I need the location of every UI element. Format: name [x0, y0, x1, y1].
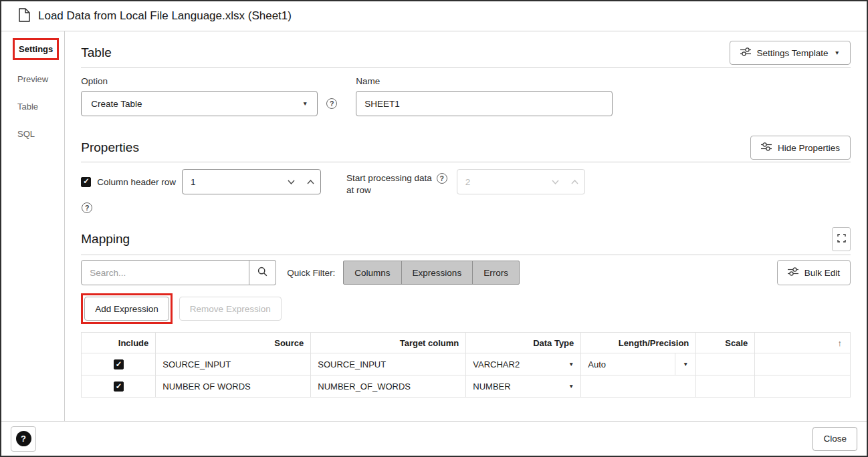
cell-length-precision[interactable]: [581, 375, 696, 398]
annotation-box-add-expression: Add Expression: [81, 293, 173, 324]
start-processing-label-line2: at row: [346, 185, 371, 195]
settings-panel: Table Settings Template ▼: [65, 31, 867, 421]
remove-expression-button: Remove Expression: [179, 297, 282, 321]
quick-filter-label: Quick Filter:: [287, 268, 335, 278]
maximize-icon: [837, 234, 846, 245]
column-header-row-label: Column header row: [97, 177, 176, 187]
table-row: SOURCE_INPUT SOURCE_INPUT VARCHAR2 ▼ Aut…: [82, 353, 851, 375]
cell-data-type[interactable]: VARCHAR2 ▼: [466, 353, 581, 375]
close-button[interactable]: Close: [812, 427, 857, 451]
option-field: Option Create Table ▼ ?: [81, 76, 337, 116]
column-header-row-input[interactable]: [183, 177, 282, 187]
column-header-length-precision[interactable]: Length/Precision: [581, 333, 696, 353]
sidebar-item-table[interactable]: Table: [1, 93, 64, 120]
search-input[interactable]: [81, 260, 249, 285]
dialog-title: Load Data from Local File Language.xlsx …: [38, 9, 292, 23]
cell-target-column[interactable]: SOURCE_INPUT: [311, 353, 466, 375]
cell-data-type[interactable]: NUMBER ▼: [466, 375, 581, 398]
quick-filter-group: Columns Expressions Errors: [343, 261, 520, 285]
cell-include: [82, 353, 156, 375]
start-processing-input: [457, 177, 546, 187]
start-processing-label-line1: Start processing data: [346, 172, 432, 184]
properties-section-heading: Properties: [81, 140, 139, 155]
start-processing-help-icon[interactable]: ?: [437, 173, 447, 184]
column-header-include[interactable]: Include: [82, 333, 156, 353]
load-data-dialog: Load Data from Local File Language.xlsx …: [0, 0, 868, 457]
include-checkbox[interactable]: [114, 382, 124, 392]
table-section-divider: [81, 67, 851, 68]
sort-column-header[interactable]: ↑: [755, 333, 851, 353]
table-row: NUMBER OF WORDS NUMBER_OF_WORDS NUMBER ▼: [82, 375, 851, 398]
dialog-titlebar: Load Data from Local File Language.xlsx …: [1, 1, 867, 31]
settings-template-button[interactable]: Settings Template ▼: [730, 41, 851, 65]
column-header-scale[interactable]: Scale: [696, 333, 755, 353]
name-input[interactable]: [356, 91, 613, 116]
sidebar-item-settings[interactable]: Settings: [19, 44, 53, 54]
annotation-box-settings: Settings: [13, 38, 59, 60]
filter-errors-button[interactable]: Errors: [472, 261, 520, 285]
column-header-row-help-icon[interactable]: ?: [82, 202, 92, 213]
hide-properties-label: Hide Properties: [778, 143, 840, 153]
cell-length-precision[interactable]: Auto ▼: [581, 353, 696, 375]
filter-columns-button[interactable]: Columns: [343, 261, 401, 285]
mapping-grid: Include Source Target column Data Type L…: [81, 332, 851, 398]
file-icon: [19, 8, 30, 25]
column-header-data-type[interactable]: Data Type: [466, 333, 581, 353]
sliders-icon: [788, 267, 798, 278]
name-label: Name: [356, 76, 613, 86]
dialog-footer: ? Close: [1, 421, 867, 456]
column-header-target-column[interactable]: Target column: [311, 333, 466, 353]
start-processing-label: Start processing data ? at row: [346, 169, 447, 196]
grid-header-row: Include Source Target column Data Type L…: [82, 333, 851, 353]
sort-ascending-icon: ↑: [838, 338, 843, 348]
sliders-icon: [761, 142, 772, 153]
cell-include: [82, 375, 156, 398]
cell-source: SOURCE_INPUT: [156, 353, 311, 375]
sliders-icon: [740, 47, 751, 58]
properties-section-divider: [81, 162, 851, 162]
column-header-row-field: Column header row ?: [81, 169, 321, 213]
option-help-icon[interactable]: ?: [326, 98, 337, 109]
option-select[interactable]: Create Table ▼: [81, 91, 318, 116]
add-expression-button[interactable]: Add Expression: [84, 297, 169, 321]
filter-expressions-button[interactable]: Expressions: [401, 261, 473, 285]
cell-scale[interactable]: [696, 353, 755, 375]
data-type-value: VARCHAR2: [473, 359, 520, 369]
length-precision-dropdown-button[interactable]: ▼: [675, 353, 695, 375]
include-checkbox[interactable]: [114, 359, 124, 369]
cell-extra: [755, 375, 851, 398]
sidebar-item-preview[interactable]: Preview: [1, 65, 64, 93]
hide-properties-button[interactable]: Hide Properties: [750, 136, 851, 160]
sidebar: Settings Preview Table SQL: [1, 31, 65, 421]
chevron-down-icon[interactable]: ▼: [568, 384, 574, 390]
cell-target-column[interactable]: NUMBER_OF_WORDS: [311, 375, 466, 398]
mapping-section-heading: Mapping: [81, 232, 130, 247]
spinner-increment-button[interactable]: [301, 170, 320, 194]
help-icon: ?: [16, 431, 31, 446]
option-selected-value: Create Table: [91, 99, 142, 109]
column-header-source[interactable]: Source: [156, 333, 311, 353]
chevron-down-icon: ▼: [302, 101, 308, 107]
spinner-decrement-button: [546, 170, 565, 194]
spinner-increment-button: [565, 170, 584, 194]
option-label: Option: [81, 76, 337, 86]
bulk-edit-label: Bulk Edit: [804, 268, 840, 278]
sidebar-item-sql[interactable]: SQL: [1, 120, 64, 148]
cell-scale[interactable]: [696, 375, 755, 398]
start-processing-field: Start processing data ? at row: [346, 169, 585, 196]
settings-template-label: Settings Template: [757, 48, 829, 58]
name-field: Name: [356, 76, 613, 116]
chevron-down-icon: ▼: [683, 361, 688, 367]
spinner-decrement-button[interactable]: [282, 170, 301, 194]
search-icon: [257, 267, 267, 279]
help-button[interactable]: ?: [11, 426, 36, 452]
chevron-down-icon[interactable]: ▼: [568, 361, 574, 367]
mapping-section-divider: [81, 255, 851, 255]
maximize-button[interactable]: [832, 227, 851, 251]
search-button[interactable]: [249, 260, 276, 285]
length-precision-value: Auto: [588, 359, 606, 369]
cell-extra: [755, 353, 851, 375]
column-header-row-checkbox[interactable]: [81, 177, 91, 187]
bulk-edit-button[interactable]: Bulk Edit: [777, 260, 851, 285]
table-section-heading: Table: [81, 45, 111, 60]
